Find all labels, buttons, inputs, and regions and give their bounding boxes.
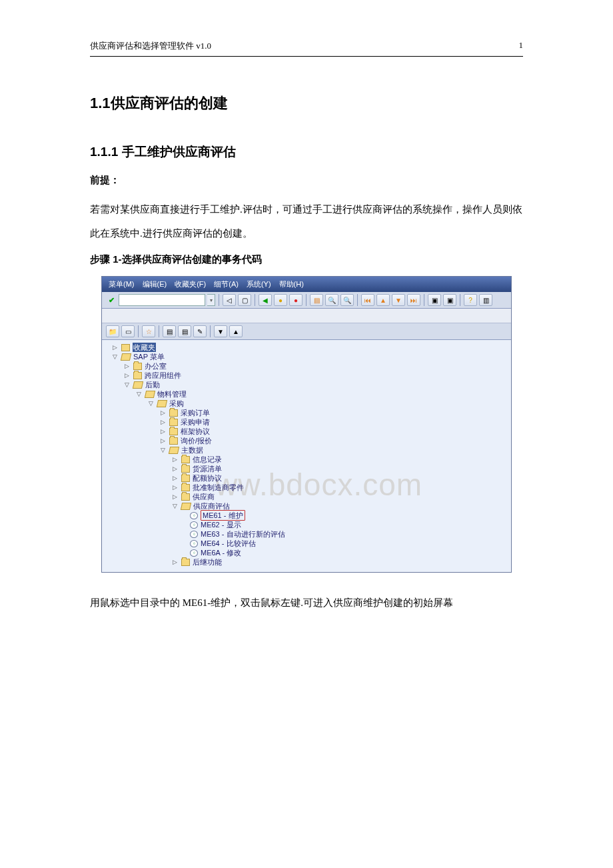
save-icon[interactable]: ▢ bbox=[238, 294, 251, 306]
tree-cross[interactable]: ▷ 跨应用组件 bbox=[102, 371, 511, 380]
last-page-icon[interactable]: ⏭ bbox=[407, 294, 420, 306]
tree-info[interactable]: ▷ 信息记录 bbox=[102, 455, 511, 464]
header-title: 供应商评估和选择管理软件 v1.0 bbox=[90, 40, 211, 52]
expand-icon[interactable]: ▷ bbox=[159, 437, 167, 445]
expand-icon[interactable]: ▲ bbox=[229, 325, 243, 337]
tree-office[interactable]: ▷ 办公室 bbox=[102, 361, 511, 371]
favorites-folder-icon bbox=[121, 344, 130, 351]
tree-me63[interactable]: ⬨ ME63 - 自动进行新的评估 bbox=[102, 529, 511, 539]
tree-me64[interactable]: ⬨ ME64 - 比较评估 bbox=[102, 539, 511, 548]
toolbar-separator bbox=[138, 325, 139, 337]
collapse-icon[interactable]: ▽ bbox=[171, 503, 179, 510]
premise-text: 若需对某供应商直接进行手工维护.评估时，可通过手工进行供应商评估的系统操作，操作… bbox=[90, 197, 523, 245]
tree-mm[interactable]: ▽ 物料管理 bbox=[102, 389, 511, 399]
menu-f[interactable]: 收藏夹(F) bbox=[175, 279, 206, 289]
folder-icon bbox=[181, 475, 190, 482]
command-dropdown-icon[interactable]: ▾ bbox=[207, 294, 215, 306]
tree-quota[interactable]: ▷ 配额协议 bbox=[102, 473, 511, 483]
tree-me62[interactable]: ⬨ ME62 - 显示 bbox=[102, 520, 511, 529]
nav-cancel-icon[interactable]: ● bbox=[289, 294, 303, 306]
enter-icon[interactable]: ✔ bbox=[106, 295, 117, 305]
transaction-icon: ⬨ bbox=[190, 531, 198, 538]
collapse-icon[interactable]: ▽ bbox=[159, 447, 167, 454]
next-page-icon[interactable]: ▼ bbox=[392, 294, 405, 306]
favorite-add-icon[interactable]: 📁 bbox=[106, 325, 119, 337]
find-icon[interactable]: 🔍 bbox=[325, 294, 338, 306]
shortcut-icon[interactable]: ▣ bbox=[443, 294, 456, 306]
print-icon[interactable]: ▤ bbox=[310, 294, 323, 306]
new-session-icon[interactable]: ▣ bbox=[428, 294, 441, 306]
sap-navigation-tree: ww.bdocx.com ▷ 收藏夹 ▽ SAP 菜单 ▷ bbox=[102, 340, 511, 572]
menu-e[interactable]: 编辑(E) bbox=[143, 279, 167, 289]
collapse-icon[interactable]: ▼ bbox=[214, 325, 227, 337]
collapse-icon[interactable]: ▽ bbox=[135, 391, 143, 398]
folder-icon bbox=[181, 484, 190, 491]
first-page-icon[interactable]: ⏮ bbox=[361, 294, 374, 306]
expand-icon[interactable]: ▷ bbox=[171, 559, 179, 566]
find-next-icon[interactable]: 🔍 bbox=[340, 294, 354, 306]
folder-icon bbox=[169, 409, 178, 417]
expand-icon[interactable]: ▷ bbox=[171, 465, 179, 473]
expand-icon[interactable]: ▷ bbox=[171, 456, 179, 463]
folder-icon bbox=[133, 363, 142, 370]
favorite-del-icon[interactable]: ▭ bbox=[121, 325, 135, 337]
command-field[interactable] bbox=[119, 294, 205, 306]
expand-icon[interactable]: ▷ bbox=[159, 409, 167, 417]
collapse-icon[interactable]: ▽ bbox=[111, 353, 119, 361]
tree-sap-menu[interactable]: ▽ SAP 菜单 bbox=[102, 352, 511, 361]
tree-favorites[interactable]: ▷ 收藏夹 bbox=[102, 343, 511, 352]
menu-y[interactable]: 系统(Y) bbox=[247, 279, 271, 289]
expand-icon[interactable]: ▷ bbox=[159, 419, 167, 426]
expand-icon[interactable]: ▷ bbox=[123, 372, 131, 379]
tree-source[interactable]: ▷ 货源清单 bbox=[102, 464, 511, 473]
prev-page-icon[interactable]: ▲ bbox=[376, 294, 390, 306]
after-text: 用鼠标选中目录中的 ME61-维护，双击鼠标左键.可进入供应商维护创建的初始屏幕 bbox=[90, 593, 523, 613]
tree-vendoreval[interactable]: ▽ 供应商评估 bbox=[102, 501, 511, 511]
nav-back-icon[interactable]: ◀ bbox=[259, 294, 272, 306]
tree-purchasing[interactable]: ▽ 采购 bbox=[102, 399, 511, 408]
help-icon[interactable]: ? bbox=[464, 294, 477, 306]
sap-menubar: 菜单(M) 编辑(E) 收藏夹(F) 细节(A) 系统(Y) 帮助(H) bbox=[102, 277, 511, 292]
open-folder-icon bbox=[181, 503, 191, 510]
tree-follow[interactable]: ▷ 后继功能 bbox=[102, 557, 511, 567]
expand-icon[interactable]: ▷ bbox=[159, 428, 167, 435]
documentation-icon[interactable]: ✎ bbox=[193, 325, 207, 337]
nav-exit-icon[interactable]: ● bbox=[274, 294, 287, 306]
assign-user-icon[interactable]: ▤ bbox=[178, 325, 191, 337]
collapse-icon[interactable]: ▽ bbox=[123, 381, 131, 389]
tree-outline[interactable]: ▷ 框架协议 bbox=[102, 427, 511, 436]
other-menu-icon[interactable]: ☆ bbox=[142, 325, 155, 337]
expand-icon[interactable]: ▷ bbox=[171, 475, 179, 482]
tree-pr[interactable]: ▷ 采购申请 bbox=[102, 417, 511, 427]
create-role-icon[interactable]: ▤ bbox=[163, 325, 176, 337]
expand-icon[interactable]: ▷ bbox=[171, 484, 179, 491]
tree-rfq[interactable]: ▷ 询价/报价 bbox=[102, 436, 511, 445]
tree-logistics[interactable]: ▽ 后勤 bbox=[102, 380, 511, 389]
collapse-icon[interactable]: ▽ bbox=[147, 400, 155, 407]
toolbar-separator bbox=[357, 294, 358, 306]
tree-master[interactable]: ▽ 主数据 bbox=[102, 445, 511, 455]
tree-me6a[interactable]: ⬨ ME6A - 修改 bbox=[102, 548, 511, 557]
tree-vendor[interactable]: ▷ 供应商 bbox=[102, 492, 511, 501]
page-header: 供应商评估和选择管理软件 v1.0 1 bbox=[90, 40, 523, 57]
toolbar-separator bbox=[255, 294, 255, 306]
layout-icon[interactable]: ▥ bbox=[479, 294, 492, 306]
menu-m[interactable]: 菜单(M) bbox=[109, 279, 135, 289]
open-folder-icon bbox=[145, 391, 155, 398]
tree-apl[interactable]: ▷ 批准制造商零件 bbox=[102, 483, 511, 492]
folder-icon bbox=[181, 493, 190, 501]
sap-title-area bbox=[102, 309, 511, 323]
tree-po[interactable]: ▷ 采购订单 bbox=[102, 408, 511, 417]
toolbar-separator bbox=[210, 325, 211, 337]
expand-icon[interactable]: ▷ bbox=[111, 344, 119, 351]
back-icon[interactable]: ◁ bbox=[223, 294, 236, 306]
menu-h[interactable]: 帮助(H) bbox=[279, 279, 304, 289]
tree-me61[interactable]: ⬨ ME61 - 维护 bbox=[102, 511, 511, 520]
menu-a[interactable]: 细节(A) bbox=[214, 279, 239, 289]
toolbar-separator bbox=[306, 294, 306, 306]
expand-icon[interactable]: ▷ bbox=[123, 363, 131, 370]
folder-icon bbox=[169, 428, 178, 435]
sap-application-toolbar: 📁 ▭ ☆ ▤ ▤ ✎ ▼ ▲ bbox=[102, 323, 511, 340]
step-label: 步骤 1-选择供应商评估创建的事务代码 bbox=[90, 253, 523, 266]
expand-icon[interactable]: ▷ bbox=[171, 493, 179, 501]
